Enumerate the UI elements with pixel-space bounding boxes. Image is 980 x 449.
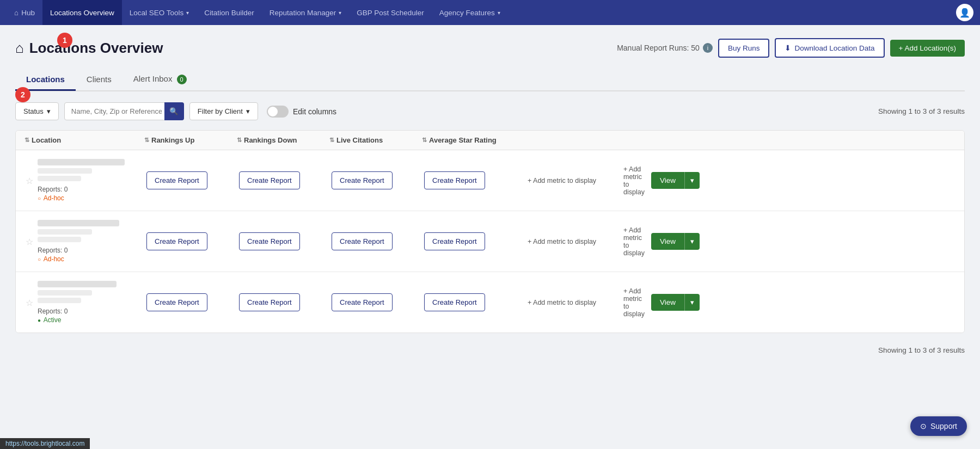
- home-icon: ⌂: [15, 40, 24, 57]
- step2-badge: 2: [15, 87, 30, 102]
- status-filter-button[interactable]: Status ▾: [15, 102, 59, 120]
- view-chevron-2[interactable]: ▾: [684, 233, 700, 250]
- avg-star-cell-1: Create Report: [422, 171, 525, 189]
- download-location-data-button[interactable]: ⬇ Download Location Data: [775, 38, 884, 58]
- add-metric-1[interactable]: + Add metric to display: [525, 177, 623, 184]
- download-icon: ⬇: [785, 44, 791, 52]
- chevron-down-icon-rep: ▾: [339, 10, 341, 16]
- add-metric-3[interactable]: + Add metric to display: [525, 299, 623, 306]
- info-icon[interactable]: i: [703, 43, 713, 53]
- star-icon-1[interactable]: ☆: [26, 175, 33, 186]
- support-icon: ⊙: [920, 422, 927, 430]
- create-report-rankings-up-3[interactable]: Create Report: [146, 293, 207, 311]
- chevron-down-icon: ▾: [186, 10, 189, 16]
- view-button-1[interactable]: View: [651, 172, 684, 189]
- nav-item-agency-features[interactable]: Agency Features ▾: [432, 0, 508, 25]
- alert-inbox-badge: 0: [177, 75, 187, 84]
- user-avatar[interactable]: 👤: [956, 4, 973, 21]
- add-metric-2b[interactable]: + Add metric to display: [623, 226, 646, 257]
- actions-cell-2: + Add metric to display View ▾: [623, 226, 700, 257]
- rankings-down-cell-3: Create Report: [237, 293, 329, 311]
- chevron-down-icon-status: ▾: [47, 107, 51, 115]
- star-icon-3[interactable]: ☆: [26, 297, 33, 307]
- view-chevron-1[interactable]: ▾: [684, 172, 700, 189]
- nav-item-locations-overview[interactable]: Locations Overview: [42, 0, 122, 25]
- table-header: ⇅ Location ⇅ Rankings Up ⇅ Rankings Down…: [16, 131, 964, 150]
- create-report-rankings-down-2[interactable]: Create Report: [239, 232, 300, 250]
- create-report-citations-1[interactable]: Create Report: [332, 171, 393, 189]
- step1-badge: 1: [57, 33, 72, 48]
- nav-item-reputation-manager[interactable]: Reputation Manager ▾: [262, 0, 349, 25]
- table-row: ☆ Reports: 0 ○ Ad-hoc Create Report Crea…: [16, 150, 964, 211]
- nav-agency-label: Agency Features: [439, 9, 495, 17]
- rankings-up-cell-3: Create Report: [144, 293, 237, 311]
- col-location: ⇅ Location: [24, 136, 144, 144]
- status-dot-3: ●: [38, 317, 41, 323]
- view-chevron-3[interactable]: ▾: [684, 294, 700, 311]
- tabs: Locations Clients Alert Inbox 0: [15, 69, 965, 91]
- chevron-down-icon-view3: ▾: [690, 298, 694, 306]
- location-city-3: [38, 298, 81, 303]
- filter-bar: Status ▾ 🔍 Filter by Client ▾ Edit colum…: [15, 102, 965, 120]
- buy-runs-button[interactable]: Buy Runs: [718, 39, 770, 58]
- location-status-1: ○ Ad-hoc: [38, 194, 125, 202]
- avg-star-cell-2: Create Report: [422, 232, 525, 250]
- create-report-citations-3[interactable]: Create Report: [332, 293, 393, 311]
- add-metric-2[interactable]: + Add metric to display: [525, 238, 623, 245]
- avg-star-cell-3: Create Report: [422, 293, 525, 311]
- view-button-3[interactable]: View: [651, 294, 684, 311]
- rankings-up-cell-2: Create Report: [144, 232, 237, 250]
- tab-clients[interactable]: Clients: [76, 69, 122, 91]
- create-report-star-1[interactable]: Create Report: [424, 171, 485, 189]
- header-actions: Manual Report Runs: 50 i Buy Runs ⬇ Down…: [617, 38, 965, 58]
- create-report-rankings-down-1[interactable]: Create Report: [239, 171, 300, 189]
- location-info-2: Reports: 0 ○ Ad-hoc: [38, 220, 119, 263]
- create-report-rankings-up-1[interactable]: Create Report: [146, 171, 207, 189]
- add-metric-1b[interactable]: + Add metric to display: [623, 165, 646, 196]
- location-name-2: [38, 220, 119, 226]
- col-rankings-down: ⇅ Rankings Down: [237, 136, 329, 144]
- create-report-star-3[interactable]: Create Report: [424, 293, 485, 311]
- view-button-2[interactable]: View: [651, 233, 684, 250]
- reports-count-1: Reports: 0: [38, 186, 125, 193]
- main-content: 1 2 ⌂ Locations Overview Manual Report R…: [0, 25, 980, 449]
- search-button[interactable]: 🔍: [164, 102, 184, 120]
- search-wrap: 🔍: [64, 102, 184, 120]
- bottom-results-count: Showing 1 to 3 of 3 results: [15, 342, 965, 359]
- location-name-3: [38, 281, 117, 287]
- create-report-star-2[interactable]: Create Report: [424, 232, 485, 250]
- location-addr-1: [38, 168, 92, 174]
- add-metric-3b[interactable]: + Add metric to display: [623, 287, 646, 318]
- star-icon-2[interactable]: ☆: [26, 236, 33, 247]
- edit-columns-label: Edit columns: [293, 107, 336, 116]
- create-report-rankings-up-2[interactable]: Create Report: [146, 232, 207, 250]
- nav-item-citation-builder[interactable]: Citation Builder: [197, 0, 262, 25]
- location-name-1: [38, 159, 125, 165]
- support-button[interactable]: ⊙ Support: [910, 416, 967, 436]
- nav-reputation-manager-label: Reputation Manager: [270, 9, 336, 17]
- sort-icon-citations: ⇅: [329, 137, 334, 144]
- filter-by-client-button[interactable]: Filter by Client ▾: [189, 102, 258, 120]
- live-citations-cell-3: Create Report: [329, 293, 422, 311]
- chevron-down-icon-client: ▾: [246, 107, 250, 115]
- location-info-3: Reports: 0 ● Active: [38, 281, 117, 324]
- nav-item-hub[interactable]: ⌂ Hub: [7, 0, 42, 25]
- page-title: ⌂ Locations Overview: [15, 40, 163, 57]
- reports-count-2: Reports: 0: [38, 247, 119, 254]
- col-actions: [623, 136, 700, 144]
- nav-locations-overview-label: Locations Overview: [50, 9, 114, 17]
- nav-right: 👤: [956, 4, 973, 21]
- add-location-button[interactable]: + Add Location(s): [890, 40, 965, 57]
- tab-alert-inbox[interactable]: Alert Inbox 0: [122, 69, 198, 91]
- chevron-down-icon-view2: ▾: [690, 237, 694, 245]
- create-report-rankings-down-3[interactable]: Create Report: [239, 293, 300, 311]
- edit-columns-toggle[interactable]: [267, 106, 289, 118]
- rankings-down-cell-1: Create Report: [237, 171, 329, 189]
- nav-item-gbp-post-scheduler[interactable]: GBP Post Scheduler: [349, 0, 432, 25]
- nav-citation-builder-label: Citation Builder: [204, 9, 254, 17]
- create-report-citations-2[interactable]: Create Report: [332, 232, 393, 250]
- nav-item-local-seo-tools[interactable]: Local SEO Tools ▾: [122, 0, 197, 25]
- col-live-citations: ⇅ Live Citations: [329, 136, 422, 144]
- chevron-down-icon-agency: ▾: [498, 10, 500, 16]
- location-status-2: ○ Ad-hoc: [38, 255, 119, 263]
